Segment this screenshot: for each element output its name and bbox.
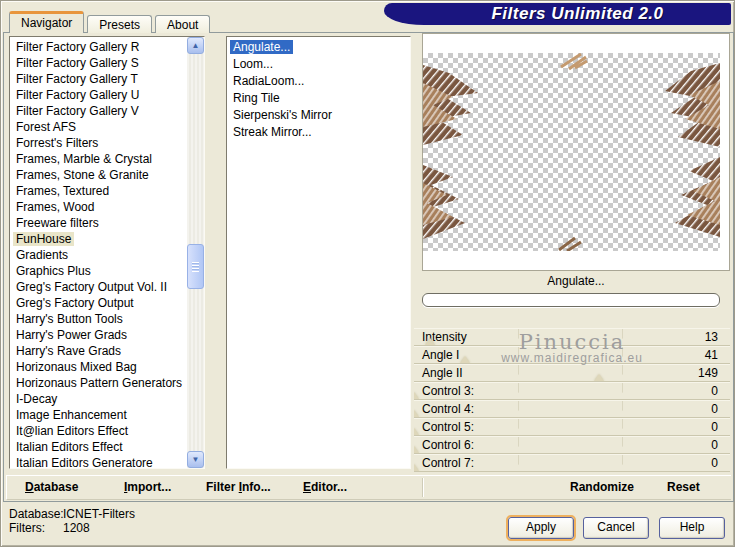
parameter-slider[interactable]: Control 3: 0 bbox=[414, 382, 730, 400]
category-item[interactable]: Forest AFS bbox=[13, 119, 204, 135]
randomize-button[interactable]: Randomize bbox=[570, 480, 634, 494]
category-item[interactable]: Filter Factory Gallery T bbox=[13, 71, 204, 87]
scroll-down-icon: ▼ bbox=[192, 455, 200, 464]
database-status-label: Database: bbox=[9, 507, 64, 521]
filter-item-label: Loom... bbox=[230, 57, 276, 71]
slider-thumb-icon[interactable] bbox=[414, 446, 419, 453]
parameter-value: 41 bbox=[705, 348, 718, 362]
filter-item[interactable]: Sierpenski's Mirror bbox=[230, 107, 410, 124]
filter-list[interactable]: Angulate... Loom... RadiaLoom... Ring Ti… bbox=[226, 36, 411, 469]
category-item[interactable]: Frames, Wood bbox=[13, 199, 204, 215]
scroll-up-button[interactable]: ▲ bbox=[187, 37, 204, 54]
category-item[interactable]: Frames, Textured bbox=[13, 183, 204, 199]
parameter-slider[interactable]: Intensity 13 bbox=[414, 328, 730, 346]
category-item-label: Horizonaus Mixed Bag bbox=[13, 360, 140, 374]
category-item-label: Frames, Textured bbox=[13, 184, 112, 198]
category-item[interactable]: Frames, Marble & Crystal bbox=[13, 151, 204, 167]
category-scrollbar[interactable]: ▲ ▼ bbox=[187, 37, 204, 468]
filter-info-button[interactable]: Filter Info... bbox=[206, 480, 271, 494]
selected-filter-name: Angulate... bbox=[422, 274, 730, 288]
category-item-label: Horizonaus Pattern Generators bbox=[13, 376, 185, 390]
parameter-slider[interactable]: Angle I 41 bbox=[414, 346, 730, 364]
category-item-label: Forest AFS bbox=[13, 120, 79, 134]
filter-item-label: RadiaLoom... bbox=[230, 74, 307, 88]
slider-thumb-icon[interactable] bbox=[460, 356, 470, 363]
parameter-label: Control 6: bbox=[422, 438, 474, 452]
category-item[interactable]: Harry's Rave Grads bbox=[13, 343, 204, 359]
filter-item[interactable]: Angulate... bbox=[230, 39, 410, 56]
category-item[interactable]: Filter Factory Gallery R bbox=[13, 39, 204, 55]
slider-thumb-icon[interactable] bbox=[414, 464, 419, 471]
category-item[interactable]: It@lian Editors Effect bbox=[13, 423, 204, 439]
category-item-label: Freeware filters bbox=[13, 216, 102, 230]
category-item-label: Gradients bbox=[13, 248, 71, 262]
database-button[interactable]: Database bbox=[25, 480, 78, 494]
window-title: Filters Unlimited 2.0 bbox=[491, 4, 663, 24]
editor-button[interactable]: Editor... bbox=[303, 480, 347, 494]
title-banner: Filters Unlimited 2.0 bbox=[384, 3, 731, 25]
parameter-slider[interactable]: Control 5: 0 bbox=[414, 418, 730, 436]
category-item-label: Harry's Button Tools bbox=[13, 312, 126, 326]
category-item[interactable]: Forrest's Filters bbox=[13, 135, 204, 151]
filter-item[interactable]: RadiaLoom... bbox=[230, 73, 410, 90]
category-item[interactable]: Freeware filters bbox=[13, 215, 204, 231]
category-item[interactable]: Filter Factory Gallery U bbox=[13, 87, 204, 103]
category-item[interactable]: Horizonaus Mixed Bag bbox=[13, 359, 204, 375]
apply-button[interactable]: Apply bbox=[508, 517, 574, 539]
slider-thumb-icon[interactable] bbox=[425, 338, 435, 345]
parameter-slider[interactable]: Control 6: 0 bbox=[414, 436, 730, 454]
category-item[interactable]: Italian Editors Generatore bbox=[13, 455, 204, 469]
import-button[interactable]: Import... bbox=[124, 480, 171, 494]
category-item[interactable]: Greg's Factory Output bbox=[13, 295, 204, 311]
filter-item-label: Streak Mirror... bbox=[230, 125, 315, 139]
category-item[interactable]: Image Enhancement bbox=[13, 407, 204, 423]
help-button[interactable]: Help bbox=[659, 517, 725, 539]
category-item[interactable]: Horizonaus Pattern Generators bbox=[13, 375, 204, 391]
preview-image bbox=[423, 53, 720, 251]
category-item[interactable]: Filter Factory Gallery V bbox=[13, 103, 204, 119]
scrollbar-thumb[interactable] bbox=[187, 244, 204, 289]
parameter-value: 0 bbox=[711, 384, 718, 398]
slider-thumb-icon[interactable] bbox=[414, 428, 419, 435]
reset-button[interactable]: Reset bbox=[667, 480, 700, 494]
category-item-label: Harry's Rave Grads bbox=[13, 344, 124, 358]
category-item[interactable]: Graphics Plus bbox=[13, 263, 204, 279]
category-item[interactable]: Harry's Button Tools bbox=[13, 311, 204, 327]
tab-label: Navigator bbox=[21, 16, 72, 30]
filter-item[interactable]: Ring Tile bbox=[230, 90, 410, 107]
category-list[interactable]: Filter Factory Gallery R Filter Factory … bbox=[9, 36, 205, 469]
tab[interactable]: About bbox=[155, 15, 210, 33]
filters-count-value: 1208 bbox=[63, 521, 90, 535]
category-item[interactable]: FunHouse bbox=[13, 231, 204, 247]
cancel-button[interactable]: Cancel bbox=[583, 517, 649, 539]
parameter-slider[interactable]: Angle II 149 bbox=[414, 364, 730, 382]
tab[interactable]: Navigator bbox=[9, 11, 84, 33]
category-item[interactable]: Gradients bbox=[13, 247, 204, 263]
bottom-toolbar: Database Import... Filter Info... Editor… bbox=[6, 475, 731, 500]
slider-thumb-icon[interactable] bbox=[414, 410, 419, 417]
category-item-label: Harry's Power Grads bbox=[13, 328, 130, 342]
tab[interactable]: Presets bbox=[87, 15, 152, 33]
filter-item[interactable]: Streak Mirror... bbox=[230, 124, 410, 141]
category-item[interactable]: Italian Editors Effect bbox=[13, 439, 204, 455]
filter-item-label: Angulate... bbox=[230, 40, 293, 54]
category-item[interactable]: Frames, Stone & Granite bbox=[13, 167, 204, 183]
slider-thumb-icon[interactable] bbox=[414, 392, 419, 399]
tab-bar: Navigator Presets About bbox=[9, 11, 210, 33]
category-item-label: Filter Factory Gallery V bbox=[13, 104, 142, 118]
category-item[interactable]: Harry's Power Grads bbox=[13, 327, 204, 343]
parameter-slider[interactable]: Control 4: 0 bbox=[414, 400, 730, 418]
category-item-label: Filter Factory Gallery T bbox=[13, 72, 141, 86]
category-item[interactable]: Greg's Factory Output Vol. II bbox=[13, 279, 204, 295]
slider-thumb-icon[interactable] bbox=[594, 374, 604, 381]
parameter-slider[interactable]: Control 7: 0 bbox=[414, 454, 730, 472]
database-status-value: ICNET-Filters bbox=[63, 507, 135, 521]
filter-item[interactable]: Loom... bbox=[230, 56, 410, 73]
category-item[interactable]: I-Decay bbox=[13, 391, 204, 407]
scroll-down-button[interactable]: ▼ bbox=[187, 451, 204, 468]
parameter-label: Control 4: bbox=[422, 402, 474, 416]
progress-bar bbox=[422, 293, 720, 307]
preview-box bbox=[422, 33, 730, 271]
category-item[interactable]: Filter Factory Gallery S bbox=[13, 55, 204, 71]
parameter-label: Control 3: bbox=[422, 384, 474, 398]
